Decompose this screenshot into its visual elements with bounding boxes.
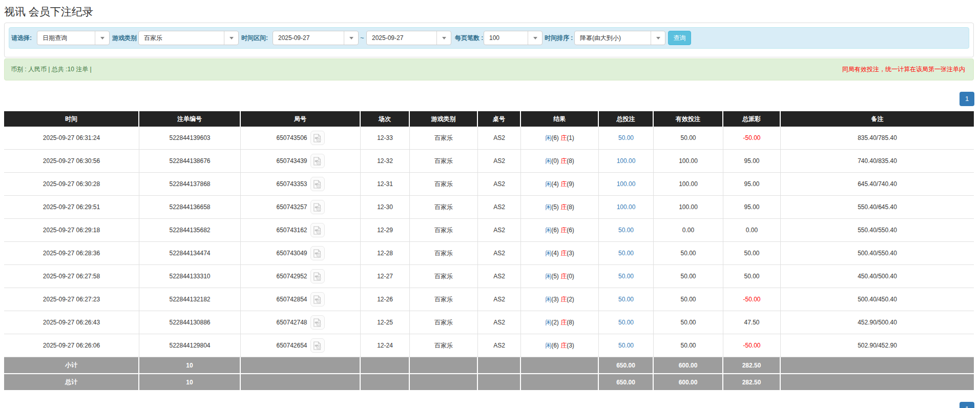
caret-shape <box>100 37 105 39</box>
cell-result: 闲(3) 庄(2) <box>521 288 599 311</box>
sort-order-select[interactable]: 降幂(由大到小) <box>574 31 665 45</box>
round-id-text: 650743353 <box>276 180 307 188</box>
video-file-icon <box>312 318 322 328</box>
video-replay-button[interactable] <box>310 223 325 237</box>
total-bet-link[interactable]: 50.00 <box>618 296 634 303</box>
page-button-1[interactable]: 1 <box>960 402 974 408</box>
date-to-select[interactable]: 2025-09-27 <box>366 31 451 45</box>
total-bet-link[interactable]: 100.00 <box>617 157 636 165</box>
total-row: 总计 10 650.00 600.00 282.50 <box>4 373 974 390</box>
cell-remark: 500.40/450.40 <box>781 288 974 311</box>
cell-valid-bet: 50.00 <box>654 265 723 288</box>
empty-cell <box>410 373 478 390</box>
total-bet-link[interactable]: 50.00 <box>618 273 634 280</box>
cell-payout: -50.00 <box>723 334 781 357</box>
chevron-down-icon[interactable] <box>436 31 451 45</box>
round-id-text: 650743049 <box>276 250 307 257</box>
cell-remark: 550.40/645.40 <box>781 196 974 219</box>
cell-payout: 47.50 <box>723 311 781 334</box>
cell-round-id: 650743162 <box>241 219 361 242</box>
chevron-down-icon[interactable] <box>528 31 542 45</box>
total-bet-link[interactable]: 50.00 <box>618 134 634 141</box>
cell-payout: -50.00 <box>723 127 781 150</box>
game-type-label: 游戏类别 <box>112 28 137 48</box>
header-session: 场次 <box>361 111 410 127</box>
video-replay-button[interactable] <box>310 131 325 145</box>
cell-remark: 502.90/452.90 <box>781 334 974 357</box>
result-banker-score: (1) <box>567 134 574 141</box>
cell-payout: 95.00 <box>723 150 781 173</box>
result-player: 闲 <box>545 250 551 257</box>
chevron-down-icon[interactable] <box>95 31 109 45</box>
round-id-text: 650743162 <box>276 227 307 234</box>
cell-total-bet: 100.00 <box>599 150 654 173</box>
table-row: 2025-09-27 06:27:58 522844133310 6507429… <box>4 265 974 288</box>
result-banker-score: (2) <box>567 296 574 303</box>
round-id-group: 650742748 <box>242 315 359 330</box>
cell-session: 12-29 <box>361 219 410 242</box>
empty-cell <box>361 373 410 390</box>
empty-cell <box>521 357 599 373</box>
empty-cell <box>241 357 361 373</box>
result-player-score: (5) <box>551 203 559 211</box>
result-player: 闲 <box>545 319 551 326</box>
header-game-type: 游戏类别 <box>410 111 478 127</box>
cell-time: 2025-09-27 06:29:51 <box>4 196 139 219</box>
video-replay-button[interactable] <box>310 200 325 214</box>
cell-bet-id: 522844132182 <box>139 288 241 311</box>
cell-table-no: AS2 <box>478 242 521 265</box>
table-row: 2025-09-27 06:30:28 522844137868 6507433… <box>4 173 974 196</box>
cell-game-type: 百家乐 <box>410 288 478 311</box>
total-bet-link[interactable]: 50.00 <box>618 319 634 326</box>
total-bet-link[interactable]: 100.00 <box>617 203 636 211</box>
video-replay-button[interactable] <box>310 338 325 353</box>
cell-bet-id: 522844135682 <box>139 219 241 242</box>
total-bet-link[interactable]: 100.00 <box>617 180 636 188</box>
video-file-icon <box>312 156 322 166</box>
video-file-icon <box>312 226 322 235</box>
cell-table-no: AS2 <box>478 150 521 173</box>
header-time: 时间 <box>4 111 139 127</box>
result-banker: 庄 <box>560 134 567 141</box>
filter-panel: 请选择: 日期查询 游戏类别 百家乐 时间区间: 2025-09-27 ~ 20… <box>4 23 974 57</box>
result-banker: 庄 <box>560 203 567 211</box>
total-bet-link[interactable]: 50.00 <box>618 227 634 234</box>
page-button-1[interactable]: 1 <box>960 92 974 106</box>
date-from-select[interactable]: 2025-09-27 <box>273 31 359 45</box>
chevron-down-icon[interactable] <box>344 31 358 45</box>
result-player: 闲 <box>545 180 551 188</box>
caret-shape <box>230 37 234 39</box>
table-row: 2025-09-27 06:26:43 522844130886 6507427… <box>4 311 974 334</box>
chevron-down-icon[interactable] <box>651 31 665 45</box>
table-row: 2025-09-27 06:29:18 522844135682 6507431… <box>4 219 974 242</box>
result-banker: 庄 <box>560 319 567 326</box>
total-count: 10 <box>139 373 241 390</box>
total-bet-link[interactable]: 50.00 <box>618 250 634 257</box>
query-type-select[interactable]: 日期查询 <box>37 31 110 45</box>
cell-time: 2025-09-27 06:30:56 <box>4 150 139 173</box>
page-size-select[interactable]: 100 <box>484 31 543 45</box>
chevron-down-icon[interactable] <box>224 31 238 45</box>
result-player: 闲 <box>545 296 551 303</box>
cell-round-id: 650742854 <box>241 288 361 311</box>
result-banker-score: (8) <box>567 203 574 211</box>
result-player-score: (3) <box>551 296 559 303</box>
page: 视讯 会员下注纪录 请选择: 日期查询 游戏类别 百家乐 时间区间: 2025-… <box>4 4 974 408</box>
video-replay-button[interactable] <box>310 246 325 260</box>
game-type-select[interactable]: 百家乐 <box>138 31 239 45</box>
video-replay-button[interactable] <box>310 315 325 330</box>
video-replay-button[interactable] <box>310 177 325 191</box>
header-table-no: 桌号 <box>478 111 521 127</box>
round-id-group: 650743439 <box>242 154 359 168</box>
query-button[interactable]: 查询 <box>668 31 691 45</box>
video-file-icon <box>312 249 322 258</box>
video-replay-button[interactable] <box>310 292 325 307</box>
video-replay-button[interactable] <box>310 269 325 283</box>
round-id-text: 650743439 <box>276 157 307 165</box>
cell-time: 2025-09-27 06:27:58 <box>4 265 139 288</box>
empty-cell <box>521 373 599 390</box>
video-replay-button[interactable] <box>310 154 325 168</box>
video-file-icon <box>312 295 322 304</box>
total-bet-link[interactable]: 50.00 <box>618 342 634 349</box>
result-player-score: (0) <box>551 157 559 165</box>
